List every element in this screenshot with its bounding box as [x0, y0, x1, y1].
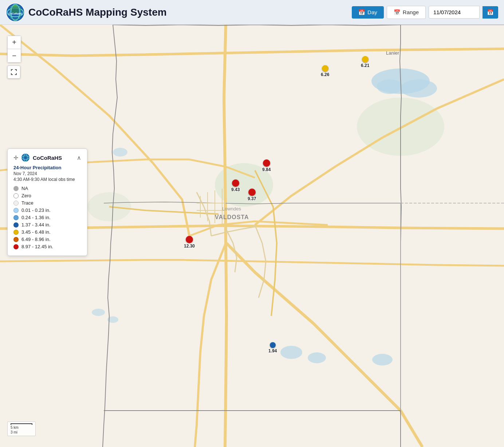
legend-item-2: Trace [13, 200, 81, 206]
legend-header: ✛ CoCoRaHS ∧ [13, 153, 81, 162]
logo-area: CoCoRaHS CoCoRaHS Mapping System [6, 3, 352, 22]
legend-label: 1.37 - 3.44 in. [21, 222, 51, 228]
scale-mi: 3 mi [11, 430, 17, 434]
map-data-point-p2[interactable]: 6.21 [361, 56, 369, 68]
legend-label: Trace [21, 200, 34, 206]
svg-point-9 [401, 79, 437, 98]
map-data-point-p1[interactable]: 6.26 [321, 65, 329, 77]
svg-point-14 [113, 148, 127, 157]
legend-item-8: 8.97 - 12.45 in. [13, 244, 81, 249]
legend-item-7: 6.49 - 8.96 in. [13, 237, 81, 242]
legend-item-6: 3.45 - 6.48 in. [13, 229, 81, 235]
legend-dot-color [13, 244, 19, 249]
data-value-label: 6.26 [321, 72, 329, 77]
legend-item-4: 0.24 - 1.36 in. [13, 215, 81, 220]
legend-items-container: NAZeroTrace0.01 - 0.23 in.0.24 - 1.36 in… [13, 186, 81, 249]
legend-logo [21, 153, 30, 162]
legend-subtitle: 24-Hour Precipitation [13, 165, 81, 170]
data-dot [322, 65, 328, 72]
legend-label: NA [21, 186, 28, 191]
app-title: CoCoRaHS Mapping System [28, 7, 167, 18]
calendar-icon-day: 📅 [358, 9, 365, 16]
legend-item-3: 0.01 - 0.23 in. [13, 207, 81, 213]
map-data-point-p4[interactable]: 9.43 [231, 179, 240, 192]
svg-point-15 [92, 309, 105, 316]
svg-point-13 [372, 354, 393, 365]
range-button[interactable]: 📅 Range [387, 6, 426, 19]
legend-title-area: ✛ CoCoRaHS [13, 153, 62, 162]
legend-label: 0.24 - 1.36 in. [21, 215, 51, 220]
data-value-label: 9.43 [231, 187, 240, 192]
legend-item-5: 1.37 - 3.44 in. [13, 222, 81, 228]
svg-point-12 [308, 352, 326, 363]
date-input[interactable] [429, 6, 480, 19]
legend-dot-color [13, 237, 19, 242]
map-data-point-p7[interactable]: 1.94 [268, 342, 277, 353]
legend-item-0: NA [13, 186, 81, 191]
legend-panel: ✛ CoCoRaHS ∧ 24-Hour Precipitation Nov 7… [7, 149, 87, 256]
legend-dot-outline [13, 193, 19, 198]
legend-dot-color [13, 222, 19, 228]
scale-line: 5 km 3 mi [11, 423, 32, 434]
legend-label: 0.01 - 0.23 in. [21, 207, 51, 213]
legend-time: 4:30 AM-9:30 AM local obs time [13, 177, 81, 182]
zoom-out-button[interactable]: − [8, 49, 21, 62]
svg-text:CoCoRaHS: CoCoRaHS [8, 12, 22, 15]
map-data-point-p3[interactable]: 9.84 [262, 159, 271, 172]
day-button[interactable]: 📅 Day [352, 6, 384, 19]
zoom-controls: + − [7, 36, 21, 63]
map-data-point-p5[interactable]: 9.37 [248, 189, 256, 201]
legend-label: Zero [21, 193, 31, 198]
data-value-label: 1.94 [268, 348, 277, 353]
data-dot [248, 189, 256, 196]
legend-date: Nov 7, 2024 [13, 171, 81, 176]
data-value-label: 9.37 [248, 196, 256, 201]
data-dot [232, 179, 239, 187]
calendar-icon-range: 📅 [394, 9, 401, 16]
data-value-label: 12.30 [184, 244, 195, 249]
legend-label: 3.45 - 6.48 in. [21, 229, 51, 235]
data-dot [270, 342, 276, 348]
scale-bar: 5 km 3 mi [7, 422, 36, 436]
svg-point-11 [280, 346, 302, 359]
cocorahs-logo: CoCoRaHS [6, 3, 25, 22]
data-value-label: 9.84 [262, 167, 271, 172]
legend-collapse-button[interactable]: ∧ [77, 154, 81, 161]
legend-name: CoCoRaHS [33, 155, 62, 161]
fullscreen-button[interactable] [7, 66, 20, 79]
data-dot [362, 56, 369, 63]
scale-km: 5 km [11, 426, 19, 430]
zoom-in-button[interactable]: + [8, 36, 21, 49]
legend-dot-trace [13, 201, 19, 206]
svg-point-10 [377, 79, 402, 94]
legend-dot-color [13, 230, 19, 235]
data-value-label: 6.21 [361, 63, 369, 68]
data-dot [186, 236, 193, 243]
legend-dot-color [13, 215, 19, 220]
legend-drag-icon[interactable]: ✛ [13, 154, 18, 161]
calendar-icon: 📅 [487, 9, 494, 15]
legend-dot-color [13, 208, 19, 213]
data-dot [263, 159, 270, 167]
calendar-button[interactable]: 📅 [483, 6, 498, 19]
map-container[interactable]: VALDOSTA Lowndes Lanier + − ✛ CoCoRaHS ∧ [0, 25, 504, 447]
svg-point-17 [21, 154, 29, 162]
map-data-point-p6[interactable]: 12.30 [184, 236, 195, 249]
header: CoCoRaHS CoCoRaHS Mapping System 📅 Day 📅… [0, 0, 504, 25]
legend-label: 8.97 - 12.45 in. [21, 244, 53, 249]
legend-dot-gray [13, 186, 19, 191]
header-controls: 📅 Day 📅 Range 📅 [352, 6, 498, 19]
legend-label: 6.49 - 8.96 in. [21, 237, 51, 242]
legend-item-1: Zero [13, 193, 81, 198]
fullscreen-icon [11, 69, 17, 75]
